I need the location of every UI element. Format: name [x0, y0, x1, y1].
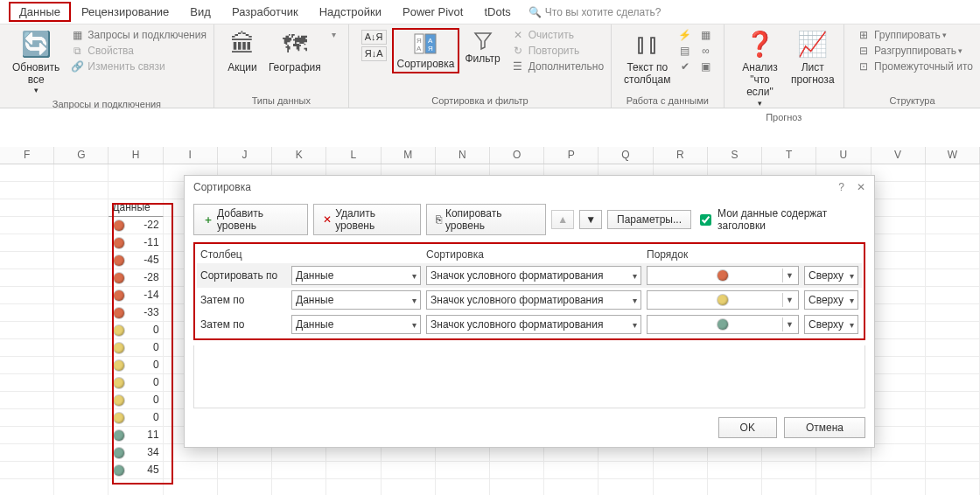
manage-model-button[interactable]: ▣ [699, 59, 717, 73]
cell[interactable] [54, 427, 108, 444]
cell[interactable] [872, 444, 926, 462]
relationships-button[interactable]: ∞ [699, 44, 717, 58]
tab-developer[interactable]: Разработчик [221, 2, 309, 22]
sort-options-button[interactable]: Параметры... [607, 210, 691, 229]
cell[interactable]: -11 [108, 234, 163, 252]
cell[interactable]: -22 [108, 217, 163, 234]
cell[interactable] [926, 409, 980, 427]
ok-button[interactable]: OK [718, 417, 777, 438]
cell[interactable] [872, 479, 926, 495]
cell[interactable] [926, 182, 980, 199]
cell[interactable] [544, 479, 598, 495]
cell[interactable] [708, 462, 762, 479]
cell[interactable] [0, 444, 54, 462]
cell[interactable]: -45 [108, 252, 163, 269]
edit-links-button[interactable]: 🔗Изменить связи [70, 59, 206, 73]
column-header[interactable]: I [164, 147, 218, 164]
column-header[interactable]: P [544, 147, 598, 164]
cell[interactable] [872, 199, 926, 217]
column-header[interactable]: U [816, 147, 871, 164]
column-header[interactable]: O [490, 147, 544, 164]
cancel-button[interactable]: Отмена [784, 417, 865, 438]
cell[interactable] [926, 479, 980, 495]
cell[interactable] [598, 462, 653, 479]
cell[interactable] [816, 479, 871, 495]
cell[interactable] [0, 322, 54, 339]
cell[interactable] [926, 339, 980, 357]
column-header[interactable]: N [436, 147, 490, 164]
cell[interactable] [54, 234, 108, 252]
add-level-button[interactable]: ＋Добавить уровень [193, 204, 308, 235]
cell[interactable]: -14 [108, 287, 163, 304]
reapply-button[interactable]: ↻Повторить [511, 44, 604, 58]
cell[interactable] [0, 339, 54, 357]
clear-button[interactable]: ✕Очистить [511, 28, 604, 42]
sort-position-select[interactable]: Сверху▾ [804, 315, 858, 334]
column-header[interactable]: T [762, 147, 816, 164]
column-header[interactable]: L [326, 147, 381, 164]
my-data-headers-checkbox[interactable]: Мои данные содержат заголовки [696, 207, 865, 232]
remove-dup-button[interactable]: ▤ [678, 44, 696, 58]
cell[interactable] [272, 479, 326, 495]
cell[interactable] [436, 479, 490, 495]
cell[interactable] [54, 304, 108, 322]
cell[interactable] [872, 392, 926, 409]
cell[interactable] [218, 479, 272, 495]
cell[interactable] [926, 287, 980, 304]
cell[interactable]: 11 [108, 427, 163, 444]
advanced-filter-button[interactable]: ☰Дополнительно [511, 59, 604, 73]
cell[interactable] [54, 462, 108, 479]
column-header[interactable]: M [382, 147, 436, 164]
sort-desc-icon[interactable]: Я↓А [361, 46, 387, 61]
cell[interactable] [926, 392, 980, 409]
data-validation-button[interactable]: ✔ [678, 59, 696, 73]
cell[interactable]: 0 [108, 322, 163, 339]
cell[interactable] [926, 252, 980, 269]
cell[interactable] [926, 357, 980, 374]
cell[interactable] [0, 164, 54, 182]
ungroup-button[interactable]: ⊟Разгруппировать ▾ [857, 44, 973, 58]
sort-position-select[interactable]: Сверху▾ [804, 290, 858, 310]
group-button[interactable]: ⊞Группировать ▾ [857, 28, 973, 42]
cell[interactable] [0, 479, 54, 495]
cell[interactable] [54, 322, 108, 339]
cell[interactable] [872, 217, 926, 234]
datatypes-more[interactable]: ▾ [326, 28, 341, 42]
cell[interactable] [926, 374, 980, 392]
column-header[interactable]: K [272, 147, 326, 164]
sort-asc-icon[interactable]: А↓Я [361, 30, 387, 45]
cell[interactable] [872, 164, 926, 182]
cell[interactable] [872, 252, 926, 269]
cell[interactable] [926, 199, 980, 217]
cell[interactable] [872, 339, 926, 357]
cell[interactable] [926, 322, 980, 339]
cell[interactable] [164, 479, 218, 495]
cell[interactable] [0, 217, 54, 234]
cell[interactable]: 45 [108, 462, 163, 479]
sort-position-select[interactable]: Сверху▾ [804, 266, 858, 285]
cell[interactable] [54, 374, 108, 392]
cell[interactable] [218, 462, 272, 479]
column-header[interactable]: W [926, 147, 980, 164]
cell[interactable] [54, 182, 108, 199]
cell[interactable] [872, 462, 926, 479]
flash-fill-button[interactable]: ⚡ [678, 28, 696, 42]
cell[interactable] [872, 182, 926, 199]
sort-button[interactable]: ЯААЯ Сортировка [392, 28, 460, 73]
dialog-close-button[interactable]: ✕ [857, 181, 865, 193]
cell[interactable] [0, 427, 54, 444]
cell[interactable] [108, 182, 163, 199]
cell[interactable] [926, 269, 980, 287]
column-header[interactable]: F [0, 147, 54, 164]
column-header[interactable]: H [108, 147, 163, 164]
cell[interactable] [0, 304, 54, 322]
headers-checkbox-input[interactable] [700, 214, 711, 226]
column-header[interactable]: V [872, 147, 926, 164]
move-up-button[interactable]: ▲ [551, 210, 574, 229]
cell[interactable] [544, 462, 598, 479]
sort-on-select[interactable]: Значок условного форматирования▾ [426, 266, 641, 285]
cell[interactable] [762, 462, 816, 479]
consolidate-button[interactable]: ▦ [699, 28, 717, 42]
cell[interactable] [0, 234, 54, 252]
cell[interactable] [326, 479, 381, 495]
